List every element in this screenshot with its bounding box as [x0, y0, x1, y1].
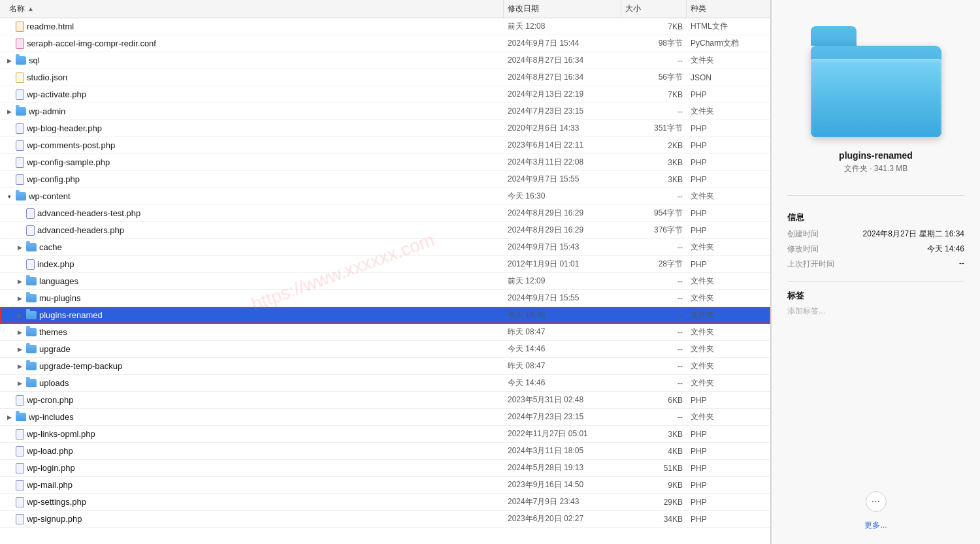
table-row[interactable]: wp-settings.php2024年7月9日 23:4329KBPHP: [0, 494, 770, 511]
expand-arrow-icon[interactable]: [16, 227, 24, 234]
expand-arrow-icon[interactable]: [16, 210, 24, 217]
table-row[interactable]: wp-config.php2024年9月7日 15:553KBPHP: [0, 171, 770, 188]
opened-value: --: [840, 259, 964, 270]
more-button[interactable]: ···: [866, 491, 887, 512]
table-row[interactable]: wp-login.php2024年5月28日 19:1351KBPHP: [0, 460, 770, 477]
table-row[interactable]: ▶sql2024年8月27日 16:34--文件夹: [0, 52, 770, 69]
file-php-icon: [16, 429, 24, 440]
table-row[interactable]: ▶uploads今天 14:46--文件夹: [0, 375, 770, 392]
expand-arrow-icon[interactable]: [5, 515, 13, 523]
table-row[interactable]: wp-mail.php2023年9月16日 14:509KBPHP: [0, 477, 770, 494]
table-row[interactable]: ▶plugins-renamed今天 14:46--文件夹: [0, 307, 770, 324]
file-type: PHP: [687, 174, 765, 185]
expand-arrow-icon[interactable]: ▶: [16, 328, 24, 336]
expand-arrow-icon[interactable]: [5, 91, 13, 99]
file-size: --: [621, 191, 687, 202]
table-row[interactable]: ▶cache2024年9月7日 15:43--文件夹: [0, 239, 770, 256]
table-row[interactable]: ▶languages前天 12:09--文件夹: [0, 273, 770, 290]
col-name[interactable]: 名称 ▲: [5, 0, 504, 18]
expand-arrow-icon[interactable]: [5, 159, 13, 167]
file-name-cell: ▶wp-includes: [5, 411, 504, 423]
more-link[interactable]: 更多...: [864, 520, 887, 531]
sort-arrow-icon: ▲: [27, 5, 34, 12]
table-row[interactable]: studio.json2024年8月27日 16:3456字节JSON: [0, 69, 770, 86]
expand-arrow-icon[interactable]: ▶: [16, 362, 24, 370]
table-row[interactable]: wp-config-sample.php2024年3月11日 22:083KBP…: [0, 154, 770, 171]
expand-arrow-icon[interactable]: ▶: [5, 57, 13, 65]
file-list-panel[interactable]: 名称 ▲ 修改日期 大小 种类 readme.html前天 12:087KBHT…: [0, 0, 771, 544]
table-row[interactable]: ▶upgrade-temp-backup昨天 08:47--文件夹: [0, 358, 770, 375]
expand-arrow-icon[interactable]: [5, 498, 13, 506]
table-row[interactable]: ▶wp-includes2024年7月23日 23:15--文件夹: [0, 409, 770, 426]
expand-arrow-icon[interactable]: ▶: [16, 345, 24, 353]
file-name-text: sql: [29, 56, 40, 65]
table-row[interactable]: ▶upgrade今天 14:46--文件夹: [0, 341, 770, 358]
expand-arrow-icon[interactable]: [5, 176, 13, 184]
file-size: 376字节: [621, 223, 687, 237]
table-row[interactable]: advanced-headers-test.php2024年8月29日 16:2…: [0, 205, 770, 222]
expand-arrow-icon[interactable]: ▶: [5, 413, 13, 421]
file-name-text: studio.json: [27, 72, 67, 82]
file-type: PHP: [687, 259, 765, 270]
file-php-icon: [16, 123, 24, 134]
expand-arrow-icon[interactable]: ▶: [16, 278, 24, 285]
table-row[interactable]: wp-comments-post.php2023年6月14日 22:112KBP…: [0, 137, 770, 154]
expand-arrow-icon[interactable]: [16, 261, 24, 268]
file-php-icon: [16, 174, 24, 185]
file-name-cell: wp-comments-post.php: [5, 139, 504, 152]
file-name-text: wp-activate.php: [27, 89, 86, 99]
expand-arrow-icon[interactable]: ▶: [5, 108, 13, 116]
table-row[interactable]: wp-signup.php2023年6月20日 02:2734KBPHP: [0, 511, 770, 528]
expand-arrow-icon[interactable]: [5, 430, 13, 438]
expand-arrow-icon[interactable]: [5, 40, 13, 48]
tags-placeholder[interactable]: 添加标签...: [787, 306, 964, 317]
table-row[interactable]: wp-activate.php2024年2月13日 22:197KBPHP: [0, 86, 770, 103]
expand-arrow-icon[interactable]: [5, 447, 13, 455]
selected-item-name: plugins-renamed: [839, 150, 913, 161]
expand-arrow-icon[interactable]: [5, 142, 13, 150]
table-row[interactable]: ▶themes昨天 08:47--文件夹: [0, 324, 770, 341]
table-row[interactable]: ▶wp-admin2024年7月23日 23:15--文件夹: [0, 103, 770, 120]
col-type[interactable]: 种类: [687, 0, 765, 18]
file-size: 34KB: [621, 513, 687, 525]
created-value: 2024年8月27日 星期二 16:34: [840, 229, 964, 240]
expand-arrow-icon[interactable]: ▶: [16, 244, 24, 251]
expand-arrow-icon[interactable]: ▾: [5, 193, 13, 200]
col-date[interactable]: 修改日期: [504, 0, 621, 18]
table-row[interactable]: wp-blog-header.php2020年2月6日 14:33351字节PH…: [0, 120, 770, 137]
file-date: 2024年2月13日 22:19: [504, 88, 621, 101]
table-row[interactable]: advanced-headers.php2024年8月29日 16:29376字…: [0, 222, 770, 239]
file-size: --: [621, 411, 687, 423]
expand-arrow-icon[interactable]: ▶: [16, 312, 24, 319]
expand-arrow-icon[interactable]: [5, 125, 13, 133]
table-row[interactable]: wp-links-opml.php2022年11月27日 05:013KBPHP: [0, 426, 770, 443]
col-size[interactable]: 大小: [621, 0, 687, 18]
expand-arrow-icon[interactable]: [5, 396, 13, 404]
table-row[interactable]: index.php2012年1月9日 01:0128字节PHP: [0, 256, 770, 273]
table-row[interactable]: readme.html前天 12:087KBHTML文件: [0, 18, 770, 35]
file-name-cell: wp-blog-header.php: [5, 122, 504, 135]
table-row[interactable]: seraph-accel-img-compr-redir.conf2024年9月…: [0, 35, 770, 52]
table-row[interactable]: ▶mu-plugins2024年9月7日 15:55--文件夹: [0, 290, 770, 307]
file-size: 56字节: [621, 71, 687, 84]
expand-arrow-icon[interactable]: ▶: [16, 295, 24, 302]
file-name-text: wp-includes: [29, 412, 74, 422]
file-php-icon: [16, 140, 24, 151]
file-name-cell: ▶languages: [5, 275, 504, 287]
expand-arrow-icon[interactable]: ▶: [16, 379, 24, 387]
file-name-text: wp-cron.php: [27, 395, 74, 405]
file-php-icon: [26, 225, 35, 236]
file-php-icon: [16, 480, 24, 490]
expand-arrow-icon[interactable]: [5, 464, 13, 472]
expand-arrow-icon[interactable]: [5, 481, 13, 489]
file-name-cell: wp-login.php: [5, 462, 504, 475]
file-name-cell: ▶upgrade-temp-backup: [5, 360, 504, 372]
table-row[interactable]: wp-load.php2024年3月11日 18:054KBPHP: [0, 443, 770, 460]
file-php-icon: [16, 497, 24, 507]
expand-arrow-icon[interactable]: [5, 74, 13, 82]
tags-title: 标签: [787, 290, 964, 302]
table-row[interactable]: ▾wp-content今天 16:30--文件夹: [0, 188, 770, 205]
file-name-cell: wp-settings.php: [5, 496, 504, 509]
expand-arrow-icon[interactable]: [5, 23, 13, 31]
table-row[interactable]: wp-cron.php2023年5月31日 02:486KBPHP: [0, 392, 770, 409]
